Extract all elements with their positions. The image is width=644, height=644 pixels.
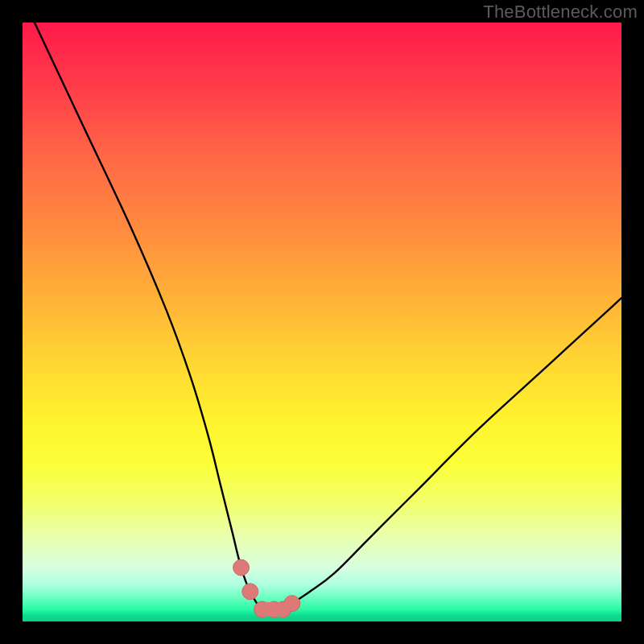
optimal-range-markers [233,559,300,617]
marker-dot [242,584,258,600]
bottleneck-curve [35,23,621,611]
watermark-text: TheBottleneck.com [483,2,638,23]
chart-overlay [23,23,621,621]
marker-dot [233,559,250,576]
canvas-frame: TheBottleneck.com [0,0,644,644]
